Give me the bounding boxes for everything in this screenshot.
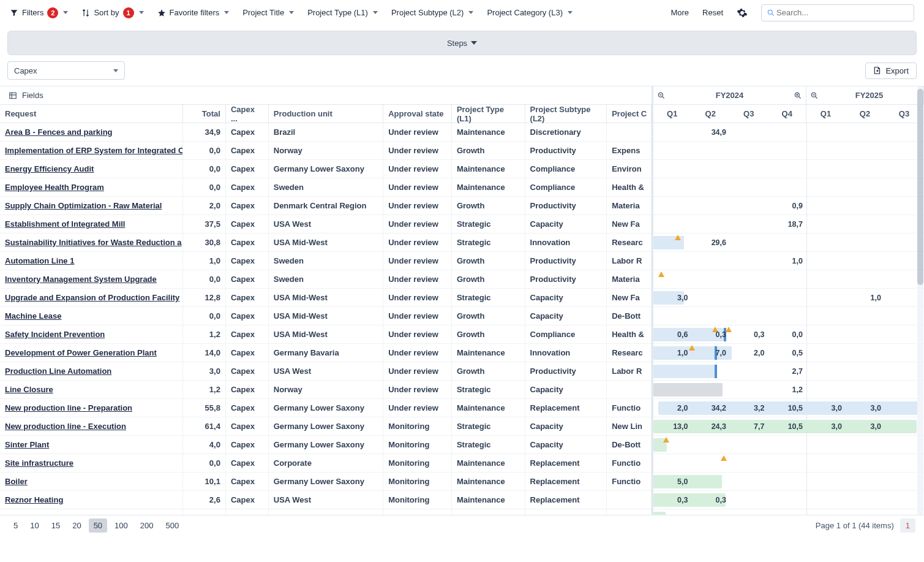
request-link[interactable]: Small investment (5, 514, 70, 515)
gantt-bar[interactable] (653, 365, 717, 378)
gantt-bar[interactable] (653, 512, 666, 515)
gantt-bar[interactable] (653, 383, 723, 397)
col-q5[interactable]: Q1 (806, 105, 846, 123)
sortby-menu[interactable]: Sort by 1 (81, 7, 143, 18)
quarter-value: 1,0 (846, 289, 885, 307)
cell-capex: Capex (226, 160, 269, 178)
request-link[interactable]: Inventory Management System Upgrade (5, 275, 157, 284)
request-link[interactable]: Implementation of ERP System for Integra… (5, 146, 183, 155)
cell-request: Small investment (0, 509, 183, 515)
col-total[interactable]: Total (183, 105, 226, 123)
request-link[interactable]: New production line - Execution (5, 422, 126, 431)
cell-l2: Compliance (525, 325, 607, 343)
project-subtype-l2-menu[interactable]: Project Subtype (L2) (391, 8, 474, 17)
request-link[interactable]: Site infrastructure (5, 458, 73, 468)
cell-l2: Replacement (525, 454, 607, 472)
table-row: Safety Incident Prevention1,2CapexUSA Mi… (0, 325, 652, 344)
request-link[interactable]: Upgrade and Expansion of Production Faci… (5, 293, 179, 302)
page-size-option[interactable]: 100 (110, 518, 133, 533)
cell-l3: New Fa (607, 289, 652, 306)
export-button[interactable]: Export (865, 63, 917, 79)
request-link[interactable]: Boiler (5, 477, 28, 486)
cell-request: Area B - Fences and parking (0, 123, 183, 141)
cell-total: 1,0 (183, 252, 226, 270)
cell-total: 1,2 (183, 325, 226, 343)
request-link[interactable]: Supply Chain Optimization - Raw Material (5, 201, 162, 210)
page-size-option[interactable]: 5 (9, 518, 23, 533)
col-q4[interactable]: Q4 (768, 105, 807, 123)
cell-l2: Capacity (525, 307, 607, 325)
more-button[interactable]: More (670, 8, 689, 17)
request-link[interactable]: Reznor Heating (5, 495, 63, 504)
cell-l1: Strategic (452, 381, 525, 398)
request-link[interactable]: Sustainability Initiatives for Waste Red… (5, 238, 181, 247)
cell-l1: Maintenance (452, 399, 525, 417)
zoom-out-icon[interactable] (810, 91, 819, 100)
request-link[interactable]: Energy Efficiency Audit (5, 164, 94, 173)
reset-button[interactable]: Reset (702, 8, 723, 17)
type-select[interactable]: Capex (7, 61, 125, 80)
cell-l2: Productivity (525, 252, 607, 270)
fields-button[interactable]: Fields (0, 86, 652, 105)
cell-capex: Capex (226, 178, 269, 196)
timeline-row (653, 509, 924, 515)
request-link[interactable]: Machine Lease (5, 311, 62, 321)
zoom-out-icon[interactable] (657, 91, 666, 100)
project-title-menu[interactable]: Project Title (242, 8, 294, 17)
search-input-wrap[interactable] (761, 4, 914, 21)
request-link[interactable]: Employee Health Program (5, 183, 104, 192)
timeline-row: 1,07,02,00,5 (653, 344, 924, 362)
cell-l3 (607, 491, 652, 509)
cell-pu: Denmark Central Region (269, 197, 383, 215)
col-pu[interactable]: Production unit (269, 105, 383, 123)
table-row: Production Line Automation3,0CapexUSA We… (0, 362, 652, 381)
page-number[interactable]: 1 (900, 518, 915, 533)
chevron-down-icon (63, 11, 68, 14)
page-size-option[interactable]: 20 (67, 518, 86, 533)
steps-toggle[interactable]: Steps (7, 31, 917, 55)
col-q3[interactable]: Q3 (730, 105, 768, 123)
page-size-option[interactable]: 200 (135, 518, 159, 533)
page-size-option[interactable]: 50 (89, 518, 107, 533)
timeline-row: 5,0 (653, 473, 924, 491)
settings-button[interactable] (737, 7, 748, 18)
scrollbar-thumb[interactable] (917, 89, 923, 285)
col-q6[interactable]: Q2 (846, 105, 885, 123)
cell-total: 2,6 (183, 491, 226, 509)
sortby-label: Sort by (94, 8, 119, 17)
page-size-option[interactable]: 500 (161, 518, 184, 533)
cell-pu: USA West (269, 215, 383, 233)
project-type-l1-menu[interactable]: Project Type (L1) (307, 8, 378, 17)
col-l3[interactable]: Project C (607, 105, 652, 123)
project-category-l3-menu[interactable]: Project Category (L3) (487, 8, 573, 17)
col-request[interactable]: Request (0, 105, 183, 123)
col-q1[interactable]: Q1 (653, 105, 692, 123)
cell-approval: Under review (383, 197, 452, 215)
request-link[interactable]: Production Line Automation (5, 366, 111, 376)
col-capex[interactable]: Capex ... (226, 105, 269, 123)
search-input[interactable] (775, 7, 909, 18)
cell-capex: Capex (226, 307, 269, 325)
zoom-in-icon[interactable] (794, 91, 802, 100)
col-l1[interactable]: Project Type (L1) (452, 105, 525, 123)
request-link[interactable]: Sinter Plant (5, 440, 49, 449)
request-link[interactable]: Safety Incident Prevention (5, 330, 105, 339)
request-link[interactable]: New production line - Preparation (5, 403, 132, 412)
request-link[interactable]: Development of Power Generation Plant (5, 348, 157, 357)
cell-total: 55,8 (183, 399, 226, 417)
page-size-option[interactable]: 10 (25, 518, 43, 533)
filters-menu[interactable]: Filters 2 (10, 7, 68, 18)
fav-label: Favorite filters (170, 8, 220, 17)
request-link[interactable]: Establishment of Integrated Mill (5, 219, 125, 229)
page-size-option[interactable]: 15 (47, 518, 65, 533)
request-link[interactable]: Automation Line 1 (5, 256, 74, 265)
cell-total: 0,0 (183, 142, 226, 159)
request-link[interactable]: Line Closure (5, 385, 53, 394)
col-l2[interactable]: Project Subtype (L2) (525, 105, 607, 123)
cell-request: Development of Power Generation Plant (0, 344, 183, 362)
col-q2[interactable]: Q2 (692, 105, 731, 123)
cell-l2: Innovation (525, 234, 607, 251)
request-link[interactable]: Area B - Fences and parking (5, 127, 113, 137)
col-approval[interactable]: Approval state (383, 105, 452, 123)
favorite-filters-menu[interactable]: Favorite filters (157, 8, 230, 17)
